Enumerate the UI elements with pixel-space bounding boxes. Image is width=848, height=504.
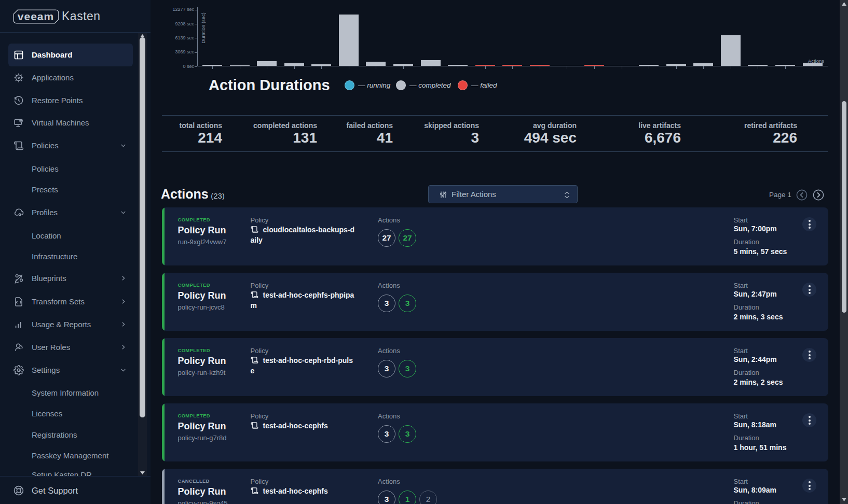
svg-text:veeam: veeam — [18, 10, 54, 22]
